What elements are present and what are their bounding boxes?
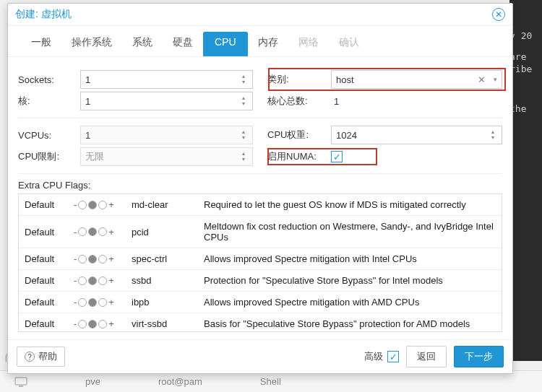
close-icon[interactable]: ✕ — [492, 8, 505, 21]
cpu-limit-label: CPU限制: — [18, 150, 80, 163]
status-session: Shell — [260, 376, 281, 387]
back-button[interactable]: 返回 — [406, 346, 447, 367]
row-total-cores: 核心总数: 1 — [267, 90, 502, 112]
row-sockets: Sockets: 1 ▴▾ — [18, 69, 253, 90]
flag-tristate-toggle[interactable]: - + — [74, 318, 126, 329]
spinner-caret-icon[interactable]: ▴▾ — [242, 71, 249, 88]
modal-footer: ? 帮助 高级 ✓ 返回 下一步 — [8, 339, 512, 373]
sockets-input[interactable]: 1 ▴▾ — [80, 70, 253, 89]
flag-tristate-toggle[interactable]: - + — [74, 253, 126, 264]
modal-tabs: 一般操作系统系统硬盘CPU内存网络确认 — [8, 26, 512, 57]
svg-rect-0 — [15, 378, 27, 385]
flags-table[interactable]: Default- +md-clearRequired to let the gu… — [18, 193, 502, 332]
flag-desc: Required to let the guest OS know if MDS… — [204, 199, 496, 210]
flag-default-label: Default — [25, 227, 68, 238]
vcpus-input[interactable]: 1 ▴▾ — [80, 126, 253, 144]
row-vcpus: VCPUs: 1 ▴▾ — [18, 124, 253, 146]
help-icon: ? — [25, 352, 35, 362]
tab-6: 网络 — [288, 32, 329, 56]
tab-2[interactable]: 系统 — [122, 32, 163, 56]
flag-desc: Basis for "Speculative Store Bypass" pro… — [204, 318, 496, 329]
flag-name: ibpb — [132, 297, 198, 308]
flag-desc: Protection for "Speculative Store Bypass… — [204, 275, 496, 286]
cpu-type-label: 类别: — [267, 73, 331, 86]
advanced-toggle[interactable]: 高级 ✓ — [364, 350, 399, 363]
flag-name: spec-ctrl — [132, 253, 198, 264]
modal-header: 创建: 虚拟机 ✕ — [8, 4, 512, 26]
flag-tristate-toggle[interactable]: - + — [74, 297, 126, 308]
cores-input[interactable]: 1 ▴▾ — [80, 92, 253, 110]
create-vm-modal: 创建: 虚拟机 ✕ 一般操作系统系统硬盘CPU内存网络确认 Sockets: 1… — [7, 3, 513, 374]
spinner-caret-icon[interactable]: ▴▾ — [242, 92, 249, 110]
total-cores-value: 1 — [331, 92, 502, 110]
row-cpu-type: 类别: host ✕ ▾ — [267, 69, 502, 90]
cpu-weight-label: CPU权重: — [267, 129, 331, 141]
svg-rect-1 — [19, 386, 23, 387]
flag-desc: Allows improved Spectre mitigation with … — [204, 297, 496, 308]
flag-default-label: Default — [25, 297, 68, 308]
vcpus-label: VCPUs: — [18, 130, 80, 141]
row-cpu-weight: CPU权重: 1024 ▴▾ — [267, 124, 502, 146]
flag-default-label: Default — [25, 199, 68, 210]
flag-tristate-toggle[interactable]: - + — [74, 199, 126, 210]
numa-label: 启用NUMA: — [267, 150, 331, 163]
tab-4[interactable]: CPU — [203, 32, 248, 56]
modal-title: 创建: 虚拟机 — [15, 8, 72, 21]
spinner-caret-icon[interactable]: ▴▾ — [242, 148, 249, 165]
total-cores-label: 核心总数: — [267, 95, 331, 108]
flag-name: md-clear — [132, 199, 198, 210]
tab-5[interactable]: 内存 — [248, 32, 288, 56]
next-button[interactable]: 下一步 — [454, 346, 504, 367]
tab-3[interactable]: 硬盘 — [163, 32, 203, 56]
modal-body: Sockets: 1 ▴▾ 核: 1 ▴▾ 类别: — [8, 57, 512, 339]
status-node: pve — [85, 376, 100, 387]
row-numa: 启用NUMA: ✓ — [267, 146, 502, 167]
flag-row: Default- +md-clearRequired to let the gu… — [19, 194, 502, 216]
row-cpu-limit: CPU限制: 无限 ▴▾ — [18, 146, 253, 167]
flag-desc: Allows improved Spectre mitigation with … — [204, 253, 496, 264]
flag-tristate-toggle[interactable]: - + — [74, 227, 126, 238]
flag-row: Default- +ibpbAllows improved Spectre mi… — [19, 292, 502, 313]
flag-default-label: Default — [25, 253, 68, 264]
flag-row: Default- +virt-ssbdBasis for "Speculativ… — [19, 313, 502, 332]
chevron-down-icon[interactable]: ▾ — [494, 76, 497, 83]
flag-row: Default- +spec-ctrlAllows improved Spect… — [19, 248, 502, 270]
flag-name: virt-ssbd — [132, 318, 198, 329]
background-terminal: v 20 are ribe the — [509, 0, 542, 361]
spinner-caret-icon[interactable]: ▴▾ — [491, 126, 499, 144]
spinner-caret-icon[interactable]: ▴▾ — [242, 126, 249, 144]
cpu-limit-input[interactable]: 无限 ▴▾ — [80, 147, 253, 166]
advanced-checkbox[interactable]: ✓ — [387, 351, 399, 362]
tab-7: 确认 — [329, 32, 369, 56]
tab-1[interactable]: 操作系统 — [61, 32, 122, 56]
sockets-label: Sockets: — [18, 74, 80, 85]
flag-name: ssbd — [132, 275, 198, 286]
help-button[interactable]: ? 帮助 — [17, 347, 65, 367]
flag-default-label: Default — [25, 275, 68, 286]
flags-title: Extra CPU Flags: — [18, 180, 502, 191]
cpu-weight-input[interactable]: 1024 ▴▾ — [331, 126, 502, 144]
clear-icon[interactable]: ✕ — [478, 74, 486, 85]
flag-row: Default- +pcidMeltdown fix cost reductio… — [19, 216, 502, 248]
cores-label: 核: — [18, 95, 80, 108]
monitor-icon — [14, 377, 27, 387]
flag-default-label: Default — [25, 318, 68, 329]
status-user: root@pam — [158, 376, 202, 387]
numa-checkbox[interactable]: ✓ — [331, 151, 343, 162]
flag-tristate-toggle[interactable]: - + — [74, 275, 126, 286]
flag-desc: Meltdown fix cost reduction on Westmere,… — [204, 221, 496, 243]
cpu-type-select[interactable]: host ✕ ▾ — [331, 70, 502, 89]
flag-name: pcid — [132, 227, 198, 238]
row-cores: 核: 1 ▴▾ — [18, 90, 253, 112]
tab-0[interactable]: 一般 — [21, 32, 61, 56]
flag-row: Default- +ssbdProtection for "Speculativ… — [19, 270, 502, 292]
